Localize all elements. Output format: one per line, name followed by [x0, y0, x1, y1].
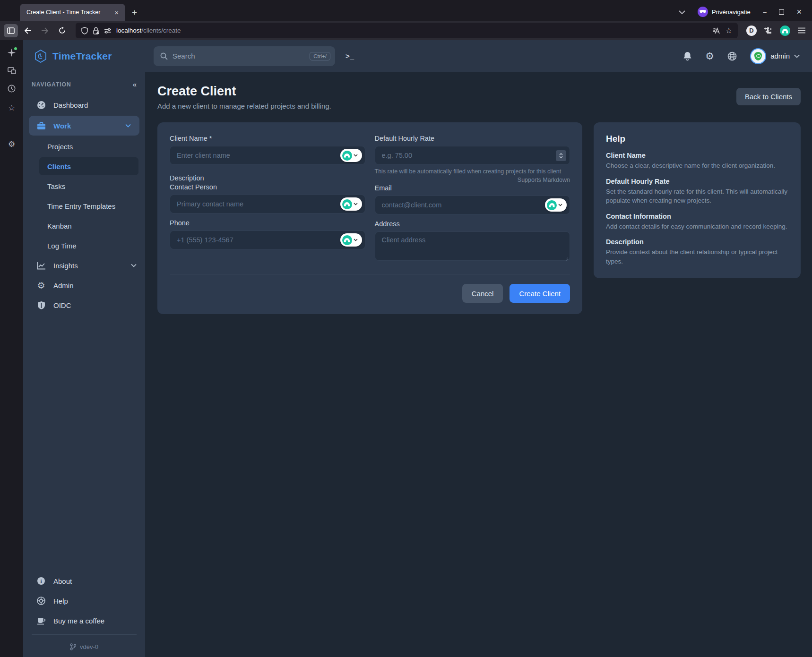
sidebar-item-log-time[interactable]: Log Time [39, 237, 138, 255]
help-body: Provide context about the client relatio… [606, 247, 788, 266]
sidebar-item-label: Time Entry Templates [47, 202, 115, 210]
reload-button[interactable] [55, 24, 69, 37]
collapse-sidebar-icon[interactable]: « [133, 80, 137, 88]
sidebar-item-clients[interactable]: Clients [39, 157, 138, 175]
chevron-down-icon [125, 124, 131, 128]
global-search[interactable]: Ctrl+/ [154, 46, 335, 66]
help-heading: Client Name [606, 152, 788, 159]
lock-warning-icon[interactable] [93, 27, 99, 34]
help-panel: Help Client Name Choose a clear, descrip… [594, 122, 801, 278]
close-button[interactable]: × [796, 7, 802, 17]
private-browsing-badge: Privénavigatie [698, 7, 751, 17]
sidebar-item-label: OIDC [53, 301, 71, 309]
menu-hamburger-icon[interactable] [798, 27, 805, 34]
coffee-cup-icon [36, 617, 46, 625]
tab-close-icon[interactable]: × [112, 9, 121, 17]
bookmark-star-icon[interactable]: ☆ [726, 26, 732, 35]
nordpass-icon [342, 199, 352, 209]
spinner-up-icon[interactable] [559, 153, 563, 155]
back-to-clients-button[interactable]: Back to Clients [736, 88, 801, 105]
user-menu[interactable]: admin [750, 48, 800, 64]
forward-button[interactable] [38, 24, 52, 37]
address-textarea[interactable] [375, 231, 570, 261]
search-input[interactable] [173, 52, 305, 60]
history-clock-icon[interactable] [8, 85, 16, 93]
puzzle-extensions-icon[interactable] [764, 26, 772, 34]
sidebar-item-work[interactable]: Work [29, 116, 139, 136]
sidebar-item-label: Help [53, 597, 68, 605]
brand[interactable]: TimeTracker [23, 50, 145, 63]
url-bar[interactable]: localhost/clients/create ☆ [76, 23, 738, 38]
spinner-down-icon[interactable] [559, 156, 563, 158]
command-terminal-icon[interactable]: >_ [346, 52, 354, 60]
bookmarks-star-icon[interactable]: ☆ [8, 103, 15, 113]
password-manager-autofill-button[interactable] [340, 197, 362, 211]
svg-text:i: i [40, 578, 42, 584]
sidebar-item-about[interactable]: i About [23, 571, 145, 591]
password-manager-autofill-button[interactable] [545, 198, 567, 212]
contact-person-input[interactable] [170, 195, 365, 213]
hourly-rate-input[interactable] [375, 146, 570, 165]
phone-input[interactable] [170, 230, 365, 249]
chevron-down-icon [354, 203, 358, 205]
sidebar-settings-gear-icon[interactable]: ⚙ [8, 139, 15, 149]
language-globe-icon[interactable] [727, 51, 737, 61]
password-manager-autofill-button[interactable] [340, 233, 362, 247]
nordpass-icon [547, 200, 557, 210]
notification-dot [14, 47, 17, 50]
url-text[interactable]: localhost/clients/create [116, 27, 708, 34]
maximize-button[interactable] [779, 8, 784, 16]
create-client-form-card: Client Name * Description Contact Person [157, 122, 582, 314]
d-extension-icon[interactable]: D [746, 26, 757, 36]
notifications-bell-icon[interactable] [683, 51, 692, 61]
synced-tabs-icon[interactable] [8, 67, 16, 74]
browser-sidebar-strip: ☆ ⚙ [0, 40, 23, 657]
password-manager-autofill-button[interactable] [340, 149, 362, 162]
sidebar-item-label: Projects [47, 143, 73, 151]
browser-tab[interactable]: Create Client - Time Tracker × [20, 4, 125, 21]
avatar-shield-icon [754, 52, 762, 60]
sidebar-item-insights[interactable]: Insights [23, 256, 145, 275]
side-navigation: NAVIGATION « Dashboard Work Projects Cli… [23, 72, 145, 657]
resize-handle[interactable] [564, 257, 569, 261]
sidebar-toggle-icon[interactable] [4, 24, 18, 37]
app-header: TimeTracker Ctrl+/ >_ ⚙ [23, 40, 812, 72]
sidebar-item-tasks[interactable]: Tasks [39, 177, 138, 195]
version-label: vdev-0 [80, 643, 98, 650]
client-name-input[interactable] [170, 146, 365, 165]
back-button[interactable] [21, 24, 35, 37]
nordpass-extension-icon[interactable] [780, 26, 790, 36]
admin-gear-icon: ⚙ [36, 280, 46, 291]
ai-chat-icon[interactable] [8, 49, 16, 57]
sidebar-item-label: Buy me a coffee [53, 617, 104, 625]
email-label: Email [375, 184, 570, 192]
new-tab-button[interactable]: + [132, 8, 137, 18]
cancel-button[interactable]: Cancel [462, 284, 503, 303]
markdown-note: Supports Markdown [375, 177, 570, 183]
minimize-button[interactable]: − [763, 8, 767, 16]
permissions-tune-icon[interactable] [104, 28, 112, 34]
help-heading: Contact Information [606, 213, 788, 220]
sidebar-item-kanban[interactable]: Kanban [39, 217, 138, 235]
email-input[interactable] [375, 196, 570, 214]
tracking-shield-icon[interactable] [81, 27, 88, 34]
settings-gear-icon[interactable]: ⚙ [705, 51, 714, 62]
list-tabs-chevron-icon[interactable] [679, 10, 685, 14]
sidebar-item-dashboard[interactable]: Dashboard [23, 95, 145, 115]
divider [170, 274, 570, 274]
sidebar-item-projects[interactable]: Projects [39, 137, 138, 155]
address-label: Address [375, 220, 570, 228]
sidebar-item-admin[interactable]: ⚙ Admin [23, 275, 145, 295]
oidc-shield-icon [36, 301, 46, 310]
page-title: Create Client [157, 84, 331, 99]
sidebar-item-time-entry-templates[interactable]: Time Entry Templates [39, 197, 138, 215]
user-name: admin [770, 52, 790, 60]
sidebar-item-help[interactable]: Help [23, 591, 145, 611]
number-spinner[interactable] [556, 150, 566, 161]
translate-icon[interactable] [712, 27, 721, 34]
help-body: Add contact details for easy communicati… [606, 222, 788, 231]
sidebar-item-buy-me-a-coffee[interactable]: Buy me a coffee [23, 611, 145, 631]
create-client-button[interactable]: Create Client [510, 284, 570, 303]
tab-title: Create Client - Time Tracker [26, 9, 109, 16]
sidebar-item-oidc[interactable]: OIDC [23, 295, 145, 315]
